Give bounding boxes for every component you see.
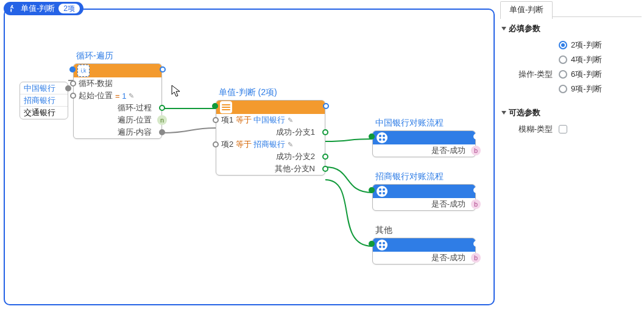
flow-in-port[interactable] [369,187,375,193]
radio-9[interactable] [559,85,567,93]
switch-row-branch1: 成功-分支1 [216,126,325,138]
flow-node-header[interactable] [373,238,475,252]
switch-row-item1: 项1 等于 中国银行 ✎ [216,114,325,126]
loop-row-pos: 遍历-位置 n [74,114,161,126]
edit-icon[interactable]: ✎ [129,92,134,100]
walk-icon [7,4,17,13]
option-row: 操作-类型 6项-判断 [500,67,642,82]
node-title: 单值-判断 (2项) [219,87,277,98]
output-port[interactable] [65,85,71,91]
flow-in-port[interactable] [369,133,375,140]
bank-list-node[interactable]: 中国银行 招商银行 交通银行 [19,82,68,119]
flow-row-success: 是否-成功 b [373,198,475,210]
switch-node[interactable]: 单值-判断 (2项) 项1 等于 中国银行 ✎ 成功-分支1 项2 等于 招商银… [216,100,325,176]
list-item: 中国银行 [20,82,68,94]
dots-icon [377,240,387,250]
flow-out-port[interactable] [473,133,479,140]
b-badge: b [471,253,481,263]
edit-icon[interactable]: ✎ [288,141,293,149]
node-title: 招商银行对账流程 [375,171,444,182]
input-port[interactable] [213,141,219,147]
switch-row-item2: 项2 等于 招商银行 ✎ [216,138,325,151]
option-row: 2项-判断 [500,38,642,52]
flow-out-port[interactable] [160,66,166,73]
output-port[interactable] [159,129,165,135]
output-port[interactable] [322,154,328,160]
section-optional[interactable]: 可选参数 [501,107,642,118]
flow-node-header[interactable] [373,185,475,198]
b-badge: b [471,199,481,209]
node-title: 中国银行对账流程 [375,118,444,129]
b-badge: b [471,146,481,155]
switch-row-branch2: 成功-分支2 [216,151,325,163]
flow-node-1[interactable]: 中国银行对账流程 是否-成功 b [372,130,476,157]
flow-out-port[interactable] [323,103,329,109]
header-title: 单值-判断 [21,3,55,14]
flow-node-2[interactable]: 招商银行对账流程 是否-成功 b [372,184,476,211]
flow-node-header[interactable] [373,131,475,144]
flow-out-port[interactable] [473,241,479,247]
dots-icon [377,186,387,197]
switch-node-header[interactable] [216,101,325,114]
loop-row-content: 遍历-内容 [74,126,161,138]
flow-out-port[interactable] [473,187,479,193]
output-port[interactable] [322,129,328,135]
input-port[interactable] [213,117,219,123]
edit-icon[interactable]: ✎ [288,116,293,124]
loop-node[interactable]: 循环-遍历 i,k 循环-数据 起始-位置 = 1 ✎ 循环-过程 遍历-位置 … [73,63,162,139]
chevron-down-icon [501,27,506,30]
flow-row-success: 是否-成功 b [373,252,475,264]
radio-2[interactable] [559,41,567,49]
output-port[interactable] [159,105,165,111]
header-count-badge: 2项 [58,4,80,13]
option-row: 4项-判断 [500,52,642,67]
input-port[interactable] [70,93,76,99]
fuzzy-type-label: 模糊-类型 [500,124,559,135]
dots-icon [377,132,387,143]
list-icon [220,101,232,113]
mouse-cursor-icon [171,84,182,100]
flow-row-success: 是否-成功 b [373,144,475,157]
list-item: 交通银行 [20,107,68,119]
loop-node-header[interactable]: i,k [74,64,161,77]
loop-row-process: 循环-过程 [74,102,161,114]
option-row: 模糊-类型 [500,122,642,137]
loop-row-data: 循环-数据 [74,77,161,90]
flow-in-port[interactable] [69,66,76,73]
operation-type-label: 操作-类型 [500,69,559,80]
node-title: 循环-遍历 [76,51,113,62]
loop-row-start: 起始-位置 = 1 ✎ [74,90,161,102]
flow-node-3[interactable]: 其他 是否-成功 b [372,238,476,265]
output-port[interactable] [322,166,328,172]
properties-sidebar: 单值-判断 必填参数 2项-判断 4项-判断 操作-类型 6项-判断 9项-判断… [500,1,642,306]
switch-row-other: 其他-分支N [216,163,325,175]
input-port[interactable] [70,80,76,87]
flow-in-port[interactable] [369,241,375,247]
radio-4[interactable] [559,55,567,64]
flow-in-port[interactable] [212,103,218,109]
option-row: 9项-判断 [500,82,642,96]
n-badge: n [157,115,167,125]
section-required[interactable]: 必填参数 [501,23,642,34]
fuzzy-checkbox[interactable] [559,125,567,133]
flow-canvas[interactable]: 中国银行 招商银行 交通银行 循环-遍历 i,k 循环-数据 起始-位置 = 1… [4,9,495,305]
radio-6[interactable] [559,70,567,79]
node-title: 其他 [375,225,392,236]
page-header-pill: 单值-判断 2项 [4,2,83,15]
chevron-down-icon [501,111,506,115]
list-item: 招商银行 [20,94,68,107]
sidebar-tab[interactable]: 单值-判断 [500,1,553,19]
ik-icon: i,k [77,65,90,77]
